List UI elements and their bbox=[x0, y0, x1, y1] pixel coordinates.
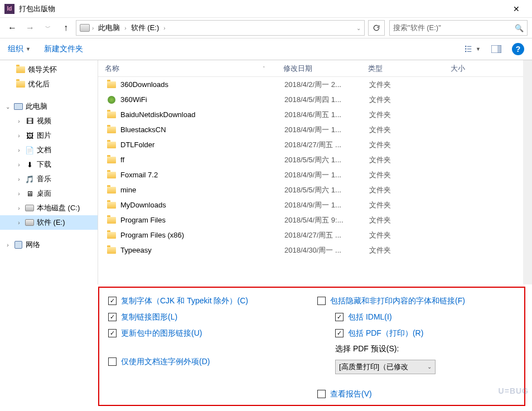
file-row[interactable]: 360WiFi2018/4/5/周四 1...文件夹 bbox=[98, 92, 532, 107]
column-header-date[interactable]: 修改日期 bbox=[277, 64, 361, 74]
tree-item-music[interactable]: ›🎵音乐 bbox=[0, 172, 98, 186]
checkbox-copy-linked-graphics[interactable] bbox=[108, 313, 117, 321]
file-name: 360WiFi bbox=[120, 95, 284, 104]
chevron-right-icon: › bbox=[16, 133, 22, 139]
tree-item-pictures[interactable]: ›🖼图片 bbox=[0, 128, 98, 143]
file-row[interactable]: mine2018/5/5/周六 1...文件夹 bbox=[98, 182, 532, 197]
vertical-scrollbar[interactable] bbox=[523, 60, 532, 284]
search-icon: 🔍 bbox=[515, 24, 524, 32]
file-date: 2018/4/9/周一 1... bbox=[284, 200, 369, 210]
file-row[interactable]: Program Files (x86)2018/4/27/周五 ...文件夹 bbox=[98, 228, 532, 243]
checkbox-view-report[interactable] bbox=[317, 390, 326, 398]
tree-item-downloads[interactable]: ›⬇下载 bbox=[0, 157, 98, 172]
file-name: Program Files (x86) bbox=[120, 231, 284, 239]
file-row[interactable]: BaiduNetdiskDownload2018/4/6/周五 1...文件夹 bbox=[98, 107, 532, 122]
chevron-down-icon: ⌄ bbox=[427, 364, 432, 370]
column-headers: 名称˄ 修改日期 类型 大小 bbox=[98, 60, 532, 77]
address-bar[interactable]: › 此电脑 › 软件 (E:) › ⌄ bbox=[76, 20, 365, 36]
content-area: 名称˄ 修改日期 类型 大小 360Downloads2018/4/2/周一 2… bbox=[98, 60, 532, 284]
file-date: 2018/4/2/周一 2... bbox=[284, 80, 369, 90]
file-row[interactable]: ff2018/5/5/周六 1...文件夹 bbox=[98, 152, 532, 167]
search-input[interactable]: 搜索"软件 (E:)" 🔍 bbox=[389, 20, 528, 36]
file-name: BaiduNetdiskDownload bbox=[120, 110, 284, 119]
column-header-size[interactable]: 大小 bbox=[444, 64, 500, 74]
new-folder-button[interactable]: 新建文件夹 bbox=[44, 44, 83, 54]
option-copy-fonts[interactable]: 复制字体（CJK 和 Typekit 除外）(C) bbox=[108, 296, 306, 306]
network-icon bbox=[14, 241, 22, 249]
option-use-doc-hyphenation[interactable]: 仅使用文档连字例外项(D) bbox=[108, 356, 306, 367]
disk-icon bbox=[25, 205, 34, 211]
tree-item-folder[interactable]: 优化后 bbox=[0, 77, 98, 91]
organize-menu[interactable]: 组织 ▼ bbox=[8, 44, 31, 54]
file-row[interactable]: Program Files2018/5/4/周五 9:...文件夹 bbox=[98, 212, 532, 228]
checkbox-use-doc-hyphenation[interactable] bbox=[108, 357, 117, 366]
forward-button[interactable]: → bbox=[22, 20, 38, 36]
checkbox-include-pdf[interactable] bbox=[335, 329, 344, 337]
file-row[interactable]: Foxmail 7.22018/4/9/周一 1...文件夹 bbox=[98, 167, 532, 182]
file-row[interactable]: 360Downloads2018/4/2/周一 2...文件夹 bbox=[98, 77, 532, 92]
chevron-right-icon: › bbox=[16, 191, 22, 197]
column-header-name[interactable]: 名称˄ bbox=[98, 64, 277, 74]
recent-dropdown[interactable]: ﹀ bbox=[40, 20, 56, 36]
file-row[interactable]: MyDownloads2018/4/9/周一 1...文件夹 bbox=[98, 197, 532, 212]
address-dropdown-icon[interactable]: ⌄ bbox=[356, 25, 361, 31]
sort-indicator-icon: ˄ bbox=[263, 66, 265, 71]
file-date: 2018/5/5/周六 1... bbox=[284, 185, 369, 195]
chevron-down-icon: ⌄ bbox=[4, 104, 11, 110]
breadcrumb-pc[interactable]: 此电脑 bbox=[96, 22, 122, 34]
tree-item-folder[interactable]: 领导关怀 bbox=[0, 62, 98, 77]
tree-item-software-disk[interactable]: ›软件 (E:) bbox=[0, 215, 98, 230]
folder-icon bbox=[106, 230, 117, 240]
up-button[interactable]: ↑ bbox=[58, 20, 74, 36]
option-pdf-preset-label: 选择 PDF 预设(S): bbox=[335, 344, 515, 354]
back-button[interactable]: ← bbox=[4, 20, 20, 36]
svg-rect-2 bbox=[465, 48, 466, 49]
breadcrumb-disk[interactable]: 软件 (E:) bbox=[129, 22, 162, 34]
checkbox-include-idml[interactable] bbox=[335, 313, 344, 321]
tree-label: 此电脑 bbox=[26, 101, 47, 112]
option-include-hidden[interactable]: 包括隐藏和非打印内容的字体和链接(F) bbox=[317, 296, 515, 306]
column-header-type[interactable]: 类型 bbox=[361, 64, 444, 74]
breadcrumb-sep-icon: › bbox=[92, 25, 94, 31]
nav-row: ← → ﹀ ↑ › 此电脑 › 软件 (E:) › ⌄ 搜索"软件 (E:)" … bbox=[0, 18, 532, 38]
option-include-pdf[interactable]: 包括 PDF（打印）(R) bbox=[335, 328, 515, 339]
tree-item-documents[interactable]: ›📄文档 bbox=[0, 143, 98, 157]
file-name: DTLFolder bbox=[120, 141, 284, 149]
file-type: 文件夹 bbox=[369, 185, 452, 195]
help-button[interactable]: ? bbox=[512, 43, 524, 55]
tree-label: 本地磁盘 (C:) bbox=[37, 203, 80, 213]
tree-item-local-disk[interactable]: ›本地磁盘 (C:) bbox=[0, 201, 98, 215]
file-row[interactable]: BluestacksCN2018/4/9/周一 1...文件夹 bbox=[98, 122, 532, 137]
tree-label: 下载 bbox=[37, 159, 51, 170]
music-icon: 🎵 bbox=[25, 175, 35, 183]
main-area: 领导关怀 优化后 ⌄此电脑 ›🎞视频 ›🖼图片 ›📄文档 ›⬇下载 ›🎵音乐 ›… bbox=[0, 60, 532, 284]
refresh-button[interactable] bbox=[368, 20, 385, 36]
label-include-hidden: 包括隐藏和非打印内容的字体和链接(F) bbox=[330, 296, 465, 306]
file-row[interactable]: DTLFolder2018/4/27/周五 ...文件夹 bbox=[98, 137, 532, 152]
checkbox-copy-fonts[interactable] bbox=[108, 297, 117, 305]
preview-pane-button[interactable] bbox=[489, 43, 504, 55]
file-name: 360Downloads bbox=[120, 80, 284, 89]
tree-item-network[interactable]: ›网络 bbox=[0, 238, 98, 252]
tree-item-desktop[interactable]: ›🖥桌面 bbox=[0, 186, 98, 201]
close-button[interactable]: ✕ bbox=[505, 1, 528, 17]
checkbox-update-graphic-links[interactable] bbox=[108, 329, 117, 337]
tree-item-video[interactable]: ›🎞视频 bbox=[0, 114, 98, 128]
options-left-column: 复制字体（CJK 和 Typekit 除外）(C) 复制链接图形(L) 更新包中… bbox=[108, 296, 306, 399]
file-name: mine bbox=[120, 186, 284, 194]
pdf-preset-value: [高质量打印]（已修改 bbox=[339, 362, 408, 372]
breadcrumb-sep-icon: › bbox=[124, 25, 126, 31]
option-update-graphic-links[interactable]: 更新包中的图形链接(U) bbox=[108, 328, 306, 339]
folder-icon bbox=[106, 155, 117, 165]
option-include-idml[interactable]: 包括 IDML(I) bbox=[335, 312, 515, 322]
tree-item-this-pc[interactable]: ⌄此电脑 bbox=[0, 99, 98, 114]
label-update-graphic-links: 更新包中的图形链接(U) bbox=[121, 328, 202, 339]
file-row[interactable]: Typeeasy2018/4/30/周一 ...文件夹 bbox=[98, 243, 532, 258]
view-options-button[interactable]: ▼ bbox=[465, 43, 481, 55]
checkbox-include-hidden[interactable] bbox=[317, 297, 326, 305]
pdf-preset-select[interactable]: [高质量打印]（已修改 ⌄ bbox=[335, 360, 436, 374]
folder-icon bbox=[106, 200, 117, 210]
file-date: 2018/4/9/周一 1... bbox=[284, 170, 369, 180]
option-view-report[interactable]: 查看报告(V) bbox=[317, 389, 515, 399]
option-copy-linked-graphics[interactable]: 复制链接图形(L) bbox=[108, 312, 306, 322]
